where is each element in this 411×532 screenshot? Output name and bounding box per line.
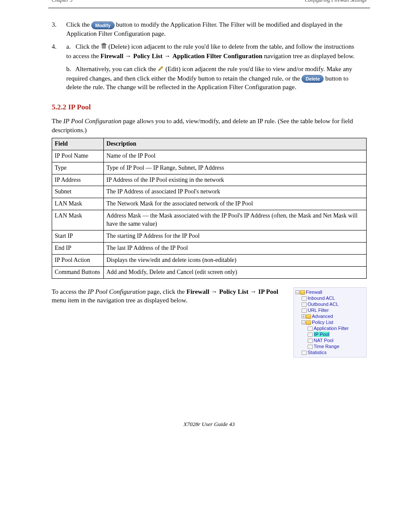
step-3: 3. Click the Modify button to modify the… (52, 20, 367, 38)
step-4a-lead: a. (66, 42, 74, 51)
table-row: LAN MaskThe Network Mask for the associa… (52, 198, 367, 210)
tree-item-policy-list[interactable]: –Policy List (296, 319, 365, 325)
header-left: Chapter 5 (52, 0, 72, 3)
section-heading-ip-pool: 5.2.2 IP Pool (52, 103, 367, 112)
arrow-icon: → (211, 288, 219, 295)
nav-tree-screenshot: –Firewall Inbound ACL Outbound ACL URL F… (293, 287, 367, 358)
arrow-icon: → (164, 52, 172, 59)
breadcrumb-ip-pool: IP Pool (258, 288, 278, 295)
step-4a-firewall: Firewall (100, 53, 123, 59)
tree-item-ip-pool[interactable]: IP Pool (296, 331, 365, 337)
breadcrumb-firewall: Firewall (187, 288, 209, 295)
step-3-text-pre: Click the (66, 21, 91, 28)
pencil-icon[interactable] (158, 65, 164, 74)
table-row: TypeType of IP Pool — IP Range, Subnet, … (52, 162, 367, 174)
svg-rect-5 (103, 44, 105, 44)
step-4a: 4. a. Click the (Delete) icon adjacent t… (52, 42, 367, 60)
tree-item-advanced[interactable]: +Advanced (296, 313, 365, 319)
tree-item-url-filter[interactable]: URL Filter (296, 307, 365, 313)
tree-item-firewall[interactable]: –Firewall (296, 289, 365, 295)
table-row: IP Pool NameName of the IP Pool (52, 150, 367, 162)
arrow-icon: → (125, 52, 133, 59)
table-row: IP Pool ActionDisplays the view/edit and… (52, 254, 367, 266)
tree-item-inbound-acl[interactable]: Inbound ACL (296, 295, 365, 301)
step-4-number: 4. (52, 42, 65, 51)
table-header-description: Description (104, 138, 367, 150)
table-row: LAN MaskAddress Mask — the Mask associat… (52, 210, 367, 230)
ip-pool-name-em: IP Pool Configuration (63, 118, 121, 124)
delete-button[interactable]: Delete (302, 75, 324, 83)
breadcrumb-policy-list: Policy List (219, 288, 249, 295)
table-row: IP AddressIP Address of the IP Pool exis… (52, 174, 367, 186)
tree-item-statistics[interactable]: Statistics (296, 349, 365, 355)
page-footer: X7028r User Guide 43 (52, 420, 367, 428)
tree-item-nat-pool[interactable]: NAT Pool (296, 337, 365, 343)
tree-item-time-range[interactable]: Time Range (296, 343, 365, 349)
trash-icon[interactable] (101, 43, 107, 51)
arrow-icon: → (250, 288, 258, 295)
header-right: Configuring Firewall Settings (305, 0, 367, 3)
ip-pool-fields-table: Field Description IP Pool NameName of th… (52, 138, 367, 279)
header-rule (48, 8, 370, 8)
ip-pool-intro: The IP Pool Configuration page allows yo… (52, 117, 367, 134)
step-4b-pre: Alternatively, you can click the (75, 65, 158, 72)
step-4a-policylist: Policy List (133, 53, 162, 59)
tree-item-application-filter[interactable]: Application Filter (296, 325, 365, 331)
table-row: End IPThe last IP Address of the IP Pool (52, 242, 367, 254)
step-4a-appfilter: Application Filter Configuration (172, 53, 262, 59)
step-4b-lead: b. (66, 65, 74, 73)
step-3-number: 3. (52, 20, 65, 29)
tree-item-outbound-acl[interactable]: Outbound ACL (296, 301, 365, 307)
modify-button[interactable]: Modify (91, 22, 114, 29)
step-4a-pre: Click the (76, 43, 101, 50)
step-4b: b. Alternatively, you can click the (Edi… (52, 65, 367, 92)
table-header-field: Field (52, 138, 104, 150)
step-4a-tail: navigation tree as displayed below. (264, 53, 355, 59)
table-row: Command ButtonsAdd and Modify, Delete an… (52, 266, 367, 278)
table-row: SubnetThe IP Address of associated IP Po… (52, 186, 367, 198)
table-row: Start IPThe starting IP Address for the … (52, 230, 367, 243)
